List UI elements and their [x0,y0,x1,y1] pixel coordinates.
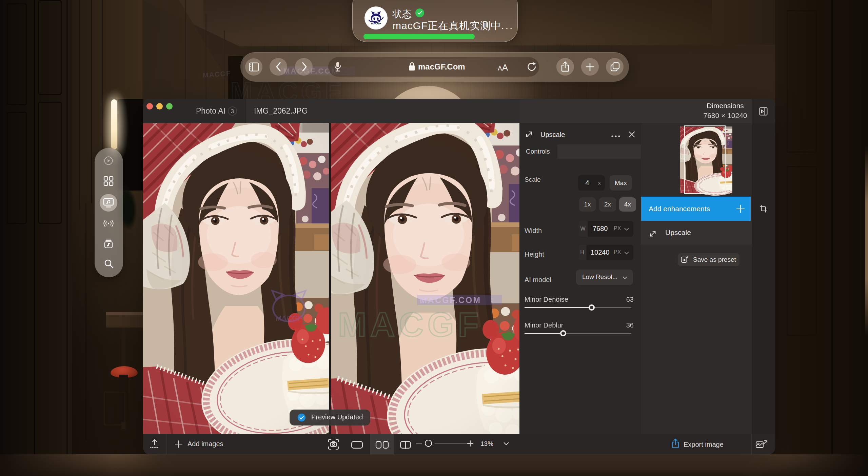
svg-text:MACGF: MACGF [275,314,302,322]
svg-text:MACGF: MACGF [371,22,381,25]
